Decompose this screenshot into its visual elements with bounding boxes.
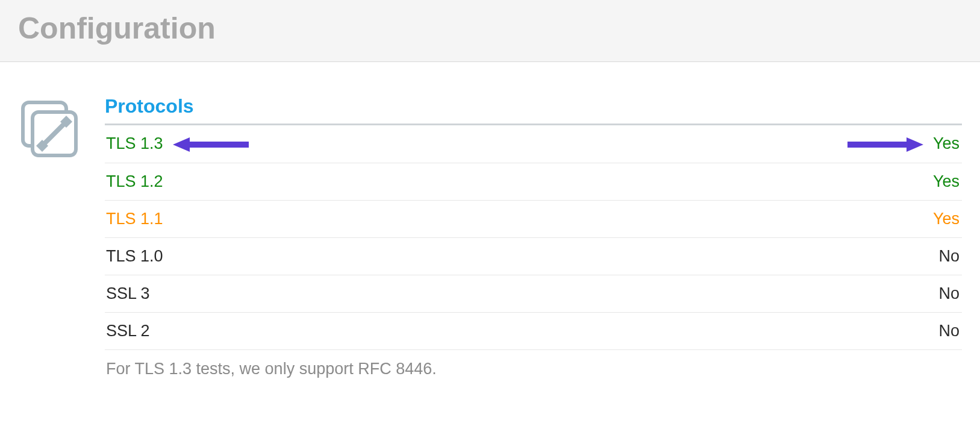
protocol-status: Yes <box>933 134 960 152</box>
svg-marker-8 <box>907 137 923 152</box>
protocols-footnote: For TLS 1.3 tests, we only support RFC 8… <box>105 350 962 378</box>
page-title: Configuration <box>18 11 980 46</box>
protocol-status: No <box>938 247 960 265</box>
section-title: Protocols <box>105 95 962 124</box>
protocol-status-cell: No <box>584 275 962 312</box>
protocol-status-cell: Yes <box>584 125 962 163</box>
protocol-status: No <box>938 284 960 302</box>
protocol-status: Yes <box>933 210 960 228</box>
protocol-name: TLS 1.2 <box>106 172 163 190</box>
protocol-name-cell: TLS 1.0 <box>105 237 584 275</box>
protocol-name-cell: TLS 1.1 <box>105 200 584 237</box>
protocols-table: TLS 1.3YesTLS 1.2YesTLS 1.1YesTLS 1.0NoS… <box>105 125 962 350</box>
table-row: TLS 1.0No <box>105 237 962 275</box>
protocol-name-cell: TLS 1.3 <box>105 125 584 163</box>
protocol-status-cell: Yes <box>584 200 962 237</box>
protocol-name: TLS 1.3 <box>106 134 163 152</box>
main-column: Protocols TLS 1.3YesTLS 1.2YesTLS 1.1Yes… <box>105 95 962 378</box>
protocol-name: SSL 3 <box>106 284 150 302</box>
annotation-arrow-left-icon <box>172 136 250 154</box>
protocol-status-cell: No <box>584 312 962 349</box>
header-band: Configuration <box>0 0 980 62</box>
protocol-status-cell: Yes <box>584 163 962 200</box>
content-area: Protocols TLS 1.3YesTLS 1.2YesTLS 1.1Yes… <box>0 62 980 396</box>
svg-marker-6 <box>173 137 190 152</box>
table-row: TLS 1.2Yes <box>105 163 962 200</box>
protocol-name-cell: SSL 2 <box>105 312 584 349</box>
protocol-name: TLS 1.0 <box>106 247 163 265</box>
protocol-status-cell: No <box>584 237 962 275</box>
protocol-status: Yes <box>933 172 960 190</box>
table-row: SSL 2No <box>105 312 962 349</box>
protocol-name: TLS 1.1 <box>106 210 163 228</box>
protocols-handshake-icon <box>18 98 81 160</box>
icon-column <box>18 95 81 160</box>
annotation-arrow-right-icon <box>846 136 925 154</box>
protocol-name: SSL 2 <box>106 322 150 340</box>
table-row: TLS 1.3Yes <box>105 125 962 163</box>
table-row: SSL 3No <box>105 275 962 312</box>
protocol-status: No <box>938 322 960 340</box>
table-row: TLS 1.1Yes <box>105 200 962 237</box>
protocol-name-cell: SSL 3 <box>105 275 584 312</box>
protocol-name-cell: TLS 1.2 <box>105 163 584 200</box>
